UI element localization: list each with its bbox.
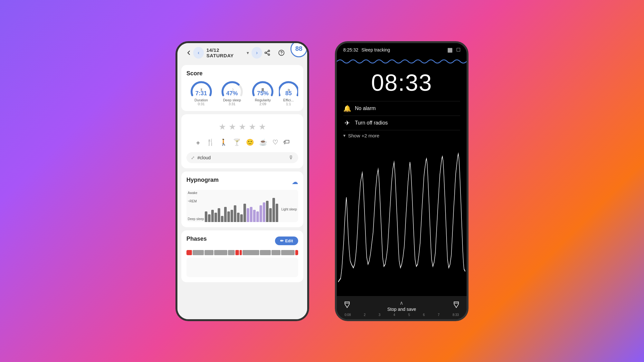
mic-icon[interactable]: 🎙	[289, 155, 294, 161]
tag-icon[interactable]: 🏷	[283, 138, 290, 147]
date-dropdown-icon[interactable]: ▾	[247, 50, 249, 55]
metrics-row: ⧗ 7:31 Duration 0:31 ☽	[186, 81, 298, 106]
bottom-controls: ∧ Stop and save	[343, 300, 460, 312]
top-bar: ‹ 14/12 SATURDAY ▾ › ⋮	[177, 43, 307, 62]
screens-container: ‹ 14/12 SATURDAY ▾ › ⋮	[0, 0, 644, 362]
efficiency-value: 85	[279, 90, 298, 97]
prev-date-button[interactable]: ‹	[193, 47, 204, 59]
hypnogram-cloud-icon[interactable]: ☁	[292, 178, 298, 186]
deep-sleep-value: 47%	[219, 90, 245, 97]
time-mark-5: 5	[408, 313, 410, 317]
hypnogram-title: Hypnogram	[186, 177, 219, 183]
share-button[interactable]	[262, 48, 272, 58]
regularity-sublabel: 2:09	[259, 102, 266, 106]
help-button[interactable]	[276, 48, 287, 58]
svg-line-4	[266, 51, 268, 52]
bell-icon: 🔔	[343, 105, 351, 112]
rating-card: ★ ★ ★ ★ ★ ＋ 🍴 🚶 🍸 🙂 ☕ ♡ 🏷 ⤢	[181, 114, 303, 168]
score-card: Score 88 ⧗ 7:31	[181, 65, 303, 111]
food-icon[interactable]: 🍴	[206, 138, 214, 147]
hypnogram-chart: Awake ~REM Light sleep Deep sleep	[186, 190, 298, 222]
edit-icon: ✏	[280, 238, 284, 243]
efficiency-arc: ◑ 85	[279, 81, 298, 97]
time-mark-6: 6	[423, 313, 425, 317]
edit-button[interactable]: ✏ Edit	[275, 237, 298, 245]
deep-sleep-arc: ☽ 47%	[219, 81, 245, 97]
star-5[interactable]: ★	[259, 122, 266, 132]
notification-list: 🔔 No alarm ✈ Turn off radios ▾ Show +2 m…	[337, 98, 467, 141]
regularity-value: 75%	[250, 90, 276, 97]
hyp-rem-label: ~REM	[188, 200, 197, 203]
sleep-status-text: 8:25:32 Sleep tracking	[343, 47, 390, 52]
status-title: Sleep tracking	[362, 47, 390, 52]
expand-icon[interactable]: ⤢	[191, 155, 195, 160]
coffee-icon[interactable]: ☕	[259, 138, 267, 147]
metric-duration: ⧗ 7:31 Duration 0:31	[186, 81, 216, 106]
star-1[interactable]: ★	[219, 122, 226, 132]
heart-icon[interactable]: ♡	[272, 138, 278, 147]
hyp-awake-label: Awake	[188, 191, 197, 195]
sleep-status-bar: 8:25:32 Sleep tracking ▦ □	[337, 43, 467, 57]
stop-save-button[interactable]: ∧ Stop and save	[387, 300, 416, 312]
next-date-button[interactable]: ›	[251, 47, 262, 59]
time-mark-4: 4	[393, 313, 395, 317]
walk-icon[interactable]: 🚶	[220, 138, 228, 147]
drink-icon[interactable]: 🍸	[233, 138, 241, 147]
deep-sleep-sublabel: 3:31	[229, 102, 235, 106]
status-time: 8:25:32	[343, 47, 358, 52]
deep-sleep-arc-svg: ☽	[219, 76, 245, 102]
turn-off-radios-text: Turn off radios	[355, 120, 388, 126]
star-4[interactable]: ★	[249, 122, 256, 132]
phases-bar	[186, 250, 298, 255]
regularity-arc: ▐▌ 75%	[250, 81, 276, 97]
phases-title: Phases	[186, 236, 207, 242]
activity-icons-row: ＋ 🍴 🚶 🍸 🙂 ☕ ♡ 🏷	[186, 136, 298, 150]
window-icon[interactable]: □	[457, 46, 460, 53]
grid-icon[interactable]: ▦	[447, 46, 453, 53]
date-label[interactable]: 14/12 SATURDAY	[206, 47, 244, 58]
add-icon[interactable]: ＋	[195, 138, 201, 147]
phases-header: Phases ✏ Edit	[186, 236, 298, 246]
hyp-light-label: Light sleep	[281, 208, 297, 211]
notification-airplane: ✈ Turn off radios	[343, 116, 460, 130]
left-phone: ‹ 14/12 SATURDAY ▾ › ⋮	[175, 41, 309, 321]
expand-down-icon: ▾	[343, 133, 346, 138]
right-phone: 8:25:32 Sleep tracking ▦ □ 08:33 🔔 No al…	[335, 41, 469, 321]
phone-content: Score 88 ⧗ 7:31	[177, 62, 307, 319]
stop-save-label[interactable]: Stop and save	[387, 307, 416, 312]
sleep-wave	[337, 57, 467, 66]
stop-save-arrow-icon: ∧	[400, 300, 403, 306]
airplane-icon: ✈	[343, 119, 351, 127]
no-alarm-text: No alarm	[355, 106, 376, 111]
regularity-arc-svg: ▐▌	[250, 76, 276, 102]
show-more-row[interactable]: ▾ Show +2 more	[343, 130, 460, 141]
time-mark-3: 3	[379, 313, 381, 317]
efficiency-sublabel: 1:1	[286, 102, 291, 106]
hypnogram-header: Hypnogram ☁	[186, 177, 298, 187]
metric-efficiency: ◑ 85 Effici... 1:1	[279, 81, 298, 106]
star-3[interactable]: ★	[239, 122, 246, 132]
tag-input[interactable]	[197, 155, 286, 160]
tag-input-row[interactable]: ⤢ 🎙	[186, 152, 298, 163]
metric-regularity: ▐▌ 75% Regularity 2:09	[248, 81, 278, 106]
star-rating[interactable]: ★ ★ ★ ★ ★	[186, 119, 298, 136]
time-mark-7: 7	[438, 313, 440, 317]
duration-arc-svg: ⧗	[188, 76, 214, 102]
phases-card: Phases ✏ Edit	[181, 230, 303, 282]
time-mark-0: 0:08	[345, 313, 351, 317]
back-button[interactable]	[184, 48, 193, 58]
flashlight-left-icon[interactable]	[343, 301, 351, 311]
mood-icon[interactable]: 🙂	[246, 138, 254, 147]
hypnogram-card: Hypnogram ☁ Awake ~REM Light sleep Deep …	[181, 172, 303, 227]
metric-deep-sleep: ☽ 47% Deep sleep 3:31	[217, 81, 247, 106]
show-more-text[interactable]: Show +2 more	[348, 133, 379, 138]
flashlight-right-icon[interactable]	[452, 301, 460, 311]
duration-value: 7:31	[188, 90, 214, 97]
time-axis: 0:08 2 3 4 5 6 7 8:33	[343, 312, 460, 317]
ecg-svg	[338, 141, 465, 296]
svg-marker-11	[345, 302, 349, 308]
date-navigation: ‹ 14/12 SATURDAY ▾ ›	[193, 47, 262, 59]
big-time: 08:33	[337, 66, 467, 98]
duration-sublabel: 0:31	[198, 102, 204, 106]
star-2[interactable]: ★	[229, 122, 236, 132]
